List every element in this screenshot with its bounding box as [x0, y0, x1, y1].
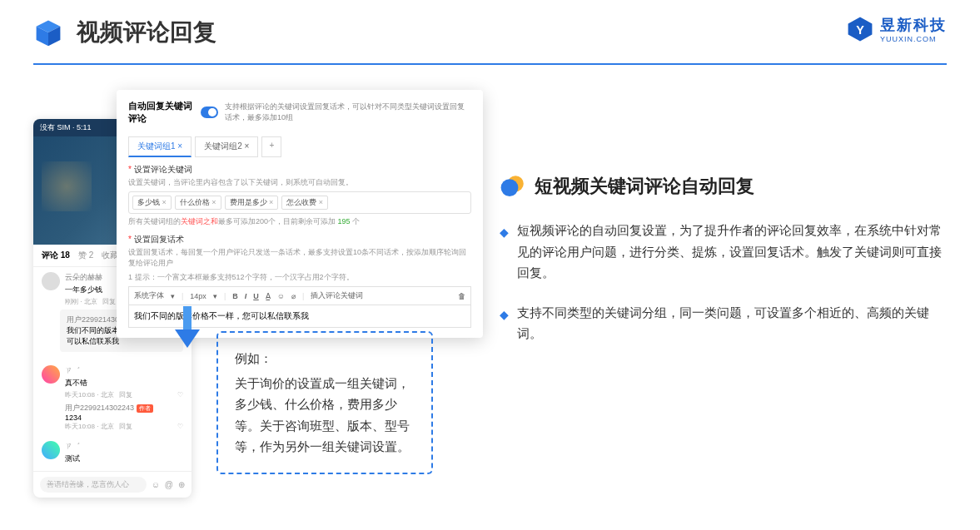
cube-icon	[33, 17, 63, 47]
arrow-down-icon	[175, 306, 200, 348]
size-select[interactable]: 14px	[190, 292, 206, 300]
auto-reply-toggle[interactable]	[201, 106, 218, 118]
bold-button[interactable]: B	[232, 292, 238, 300]
comment-username: ㄗ゛	[65, 441, 183, 452]
field-hint-reply-2: 1 提示：一个富文本框最多支持512个字符，一个汉字占用2个字符。	[128, 272, 471, 283]
avatar	[42, 272, 60, 290]
keyword-tag[interactable]: 多少钱	[132, 196, 172, 210]
color-button[interactable]: A̲	[266, 292, 271, 300]
tab-likes[interactable]: 赞 2	[78, 250, 93, 261]
callout-title: 例如：	[235, 348, 415, 369]
comment-input-bar: 善语结善缘，恶言伤人心 ☺ @ ⊕	[33, 471, 192, 498]
comment-time: 刚刚 · 北京	[65, 297, 97, 306]
panel-title: 自动回复关键词评论	[128, 100, 194, 125]
bullet-item: ◆ 短视频评论的自动回复设置，为了提升作者的评论回复效率，在系统中针对常见的评论…	[500, 220, 947, 284]
brand-icon: Y	[847, 16, 873, 42]
editor-toolbar: 系统字体▾ | 14px▾ | B I U A̲ ☺ ⌀ | 插入评论关键词 🗑	[128, 286, 471, 305]
svg-text:Y: Y	[856, 23, 864, 37]
keyword-tags-input[interactable]: 多少钱 什么价格 费用是多少 怎么收费	[128, 191, 471, 214]
keyword-tag[interactable]: 什么价格	[175, 196, 221, 210]
emoji-button[interactable]: ☺	[277, 292, 285, 300]
heart-icon[interactable]: ♡	[177, 391, 183, 399]
comment-time: 昨天10:08 · 北京	[65, 422, 114, 431]
brand-url: YUUXIN.COM	[880, 35, 947, 43]
comment-text: 真不错	[65, 378, 183, 389]
gift-icon[interactable]: ⊕	[178, 480, 185, 489]
svg-rect-5	[183, 306, 192, 331]
diamond-icon: ◆	[500, 223, 509, 284]
author-badge: 作者	[137, 404, 153, 413]
brand-logo: Y 昱新科技 YUUXIN.COM	[847, 15, 947, 43]
brand-name: 昱新科技	[880, 15, 947, 35]
reply-link[interactable]: 回复	[119, 390, 132, 399]
heart-icon[interactable]: ♡	[177, 423, 183, 430]
keyword-group-tab-1[interactable]: 关键词组1 ×	[128, 136, 192, 157]
reply-link[interactable]: 回复	[119, 422, 132, 431]
field-hint-keywords: 设置关键词，当评论里内容包含了以下关键词，则系统可自动回复。	[128, 177, 471, 188]
page-title: 视频评论回复	[77, 17, 216, 48]
font-select[interactable]: 系统字体	[134, 290, 164, 301]
insert-keyword-button[interactable]: 插入评论关键词	[311, 290, 363, 301]
svg-point-8	[501, 179, 519, 196]
at-icon[interactable]: @	[165, 480, 173, 489]
reply-link[interactable]: 回复	[102, 297, 116, 306]
reply-text: 1234	[65, 414, 183, 422]
italic-button[interactable]: I	[245, 292, 247, 300]
link-button[interactable]: ⌀	[291, 292, 296, 300]
callout-body: 关于询价的设置成一组关键词，多少钱、什么价格，费用多少等。关于咨询班型、版本、型…	[235, 373, 415, 458]
section-title: 短视频关键词评论自动回复	[535, 174, 754, 199]
avatar	[42, 441, 60, 459]
comment-text: 测试	[65, 453, 183, 464]
keyword-count: 所有关键词组的关键词之和最多可添加200个，目前剩余可添加 195 个	[128, 216, 471, 227]
field-label-keywords: 设置评论关键词	[128, 164, 471, 176]
comment-username: ㄗ゛	[65, 365, 183, 376]
comment-item: ㄗ゛ 测试	[33, 436, 192, 471]
underline-button[interactable]: U	[253, 292, 259, 300]
svg-marker-6	[175, 329, 200, 348]
delete-button[interactable]: 🗑	[458, 292, 465, 300]
speech-bubble-icon	[500, 173, 526, 200]
comment-item: ㄗ゛ 真不错 昨天10:08 · 北京回复♡ 用户2299214302243作者…	[33, 360, 192, 436]
bullet-text: 短视频评论的自动回复设置，为了提升作者的评论回复效率，在系统中针对常见的评论用户…	[517, 220, 947, 284]
avatar	[42, 365, 60, 384]
diamond-icon: ◆	[500, 305, 509, 344]
keyword-group-tab-2[interactable]: 关键词组2 ×	[195, 136, 258, 157]
bullet-item: ◆ 支持不同类型的关键词分组，同一类问题，可设置多个相近的、高频的关键词。	[500, 302, 947, 344]
keyword-tag[interactable]: 怎么收费	[281, 196, 328, 210]
comment-time: 昨天10:08 · 北京	[65, 390, 114, 399]
bullet-text: 支持不同类型的关键词分组，同一类问题，可设置多个相近的、高频的关键词。	[517, 302, 947, 344]
emoji-icon[interactable]: ☺	[152, 480, 160, 489]
example-callout: 例如： 关于询价的设置成一组关键词，多少钱、什么价格，费用多少等。关于咨询班型、…	[216, 331, 433, 474]
reply-username: 用户2299214302243	[65, 404, 134, 412]
comment-field[interactable]: 善语结善缘，恶言伤人心	[40, 477, 147, 493]
add-group-tab[interactable]: +	[261, 136, 281, 157]
field-label-reply: 设置回复话术	[128, 234, 471, 245]
settings-panel: 自动回复关键词评论 支持根据评论的关键词设置回复话术，可以针对不同类型关键词设置…	[117, 90, 483, 338]
field-hint-reply: 设置回复话术，每回复一个用户评论只发送一条话术，最多支持设置10条不同话术，按添…	[128, 247, 471, 269]
panel-desc: 支持根据评论的关键词设置回复话术，可以针对不同类型关键词设置回复话术，最多添加1…	[225, 102, 471, 123]
keyword-tag[interactable]: 费用是多少	[225, 196, 279, 210]
tab-comments[interactable]: 评论 18	[42, 250, 70, 261]
